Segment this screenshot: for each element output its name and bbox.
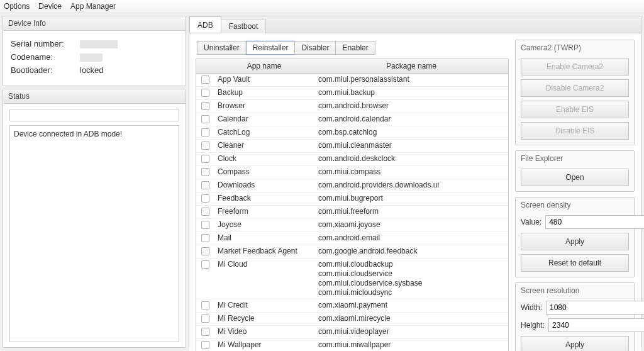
app-name-cell: Mi Cloud [214, 259, 314, 299]
table-row[interactable]: Cleanercom.miui.cleanmaster [196, 140, 508, 153]
file-explorer-panel: File Explorer Open [515, 150, 635, 192]
app-name-cell: Joyose [214, 219, 314, 232]
density-input[interactable] [545, 215, 644, 229]
package-name-cell: com.google.android.feedback [314, 245, 508, 259]
tab-adb[interactable]: ADB [189, 16, 221, 33]
app-checkbox[interactable] [201, 260, 209, 269]
subtab-disabler[interactable]: Disabler [294, 41, 336, 55]
app-name-cell: CatchLog [214, 126, 314, 140]
app-checkbox[interactable] [201, 155, 209, 163]
app-name-cell: Feedback [214, 192, 314, 206]
menubar: Options Device App Manager [0, 0, 644, 13]
table-row[interactable]: Downloadscom.android.providers.downloads… [196, 179, 508, 192]
resolution-apply-button[interactable]: Apply [521, 336, 629, 351]
bootloader-value: locked [80, 65, 104, 75]
package-name-cell: com.miui.cloudbackupcom.miui.cloudservic… [314, 259, 508, 299]
package-name-cell: com.miui.freeform [314, 206, 508, 219]
subtab-uninstaller[interactable]: Uninstaller [197, 41, 247, 55]
serial-value [80, 39, 118, 48]
table-row[interactable]: Mi Cloudcom.miui.cloudbackupcom.miui.clo… [196, 259, 508, 299]
app-checkbox[interactable] [201, 75, 209, 84]
enable-camera2-button[interactable]: Enable Camera2 [521, 58, 629, 75]
app-checkbox[interactable] [201, 181, 209, 189]
app-checkbox[interactable] [201, 142, 209, 150]
table-row[interactable]: Joyosecom.xiaomi.joyose [196, 219, 508, 232]
app-name-cell: Mi Video [214, 326, 314, 339]
table-row[interactable]: App Vaultcom.miui.personalassistant [196, 74, 508, 87]
table-row[interactable]: Mi Videocom.miui.videoplayer [196, 326, 508, 339]
resolution-height-label: Height: [521, 321, 545, 330]
package-name-cell: com.bsp.catchlog [314, 126, 508, 140]
table-row[interactable]: Market Feedback Agentcom.google.android.… [196, 245, 508, 259]
app-checkbox[interactable] [201, 115, 209, 123]
menu-device[interactable]: Device [38, 2, 62, 11]
table-row[interactable]: Clockcom.android.deskclock [196, 153, 508, 166]
disable-eis-button[interactable]: Disable EIS [521, 122, 629, 140]
app-name-cell: Mi Recycle [214, 313, 314, 326]
app-checkbox[interactable] [201, 102, 209, 110]
app-name-cell: Calendar [214, 113, 314, 126]
screen-resolution-title: Screen resolution [516, 283, 634, 298]
package-name-cell: com.android.email [314, 232, 508, 245]
density-apply-button[interactable]: Apply [521, 233, 629, 250]
app-checkbox[interactable] [201, 168, 209, 176]
app-checkbox[interactable] [201, 328, 209, 336]
app-checkbox[interactable] [201, 194, 209, 203]
table-row[interactable]: Mi Wallpapercom.miui.miwallpaper [196, 339, 508, 352]
app-checkbox[interactable] [201, 221, 209, 229]
app-name-cell: Downloads [214, 179, 314, 192]
density-reset-button[interactable]: Reset to default [521, 254, 629, 272]
status-title: Status [3, 89, 186, 104]
package-name-cell: com.android.calendar [314, 113, 508, 126]
file-explorer-title: File Explorer [516, 151, 634, 166]
subtab-reinstaller[interactable]: Reinstaller [246, 41, 296, 55]
table-row[interactable]: Mailcom.android.email [196, 232, 508, 245]
enable-eis-button[interactable]: Enable EIS [521, 101, 629, 118]
resolution-height-input[interactable] [548, 318, 644, 332]
app-name-cell: App Vault [214, 74, 314, 87]
table-row[interactable]: Mi Recyclecom.xiaomi.mirecycle [196, 313, 508, 326]
table-row[interactable]: Feedbackcom.miui.bugreport [196, 192, 508, 206]
package-name-cell: com.android.browser [314, 100, 508, 113]
package-name-cell: com.miui.cleanmaster [314, 140, 508, 153]
app-checkbox[interactable] [201, 315, 209, 323]
app-name-cell: Mi Credit [214, 299, 314, 313]
package-name-cell: com.miui.miwallpaper [314, 339, 508, 352]
status-input[interactable] [9, 109, 179, 121]
screen-density-title: Screen density [516, 198, 634, 213]
app-name-cell: Mi Wallpaper [214, 339, 314, 352]
app-checkbox[interactable] [201, 128, 209, 136]
app-checkbox[interactable] [201, 341, 209, 349]
menu-options[interactable]: Options [4, 2, 30, 11]
tab-fastboot[interactable]: Fastboot [221, 19, 267, 33]
table-row[interactable]: Backupcom.miui.backup [196, 87, 508, 100]
resolution-width-input[interactable] [546, 301, 644, 315]
bootloader-label: Bootloader: [11, 65, 80, 75]
col-check [196, 59, 214, 74]
serial-label: Serial number: [11, 39, 80, 48]
table-row[interactable]: Calendarcom.android.calendar [196, 113, 508, 126]
table-scroll[interactable]: App name Package name App Vaultcom.miui.… [196, 59, 508, 351]
status-log: Device connected in ADB mode! [9, 125, 179, 342]
app-checkbox[interactable] [201, 208, 209, 216]
subtabs: Uninstaller Reinstaller Disabler Enabler [196, 40, 509, 55]
app-name-cell: Cleaner [214, 140, 314, 153]
open-file-explorer-button[interactable]: Open [521, 169, 629, 186]
package-name-cell: com.miui.compass [314, 166, 508, 179]
app-checkbox[interactable] [201, 301, 209, 309]
device-info-title: Device Info [3, 16, 186, 31]
table-row[interactable]: CatchLogcom.bsp.catchlog [196, 126, 508, 140]
app-checkbox[interactable] [201, 247, 209, 255]
table-row[interactable]: Browsercom.android.browser [196, 100, 508, 113]
disable-camera2-button[interactable]: Disable Camera2 [521, 79, 629, 97]
subtab-enabler[interactable]: Enabler [335, 41, 375, 55]
table-row[interactable]: Compasscom.miui.compass [196, 166, 508, 179]
table-row[interactable]: Freeformcom.miui.freeform [196, 206, 508, 219]
table-row[interactable]: Mi Creditcom.xiaomi.payment [196, 299, 508, 313]
app-checkbox[interactable] [201, 89, 209, 97]
density-value-label: Value: [521, 218, 541, 226]
app-checkbox[interactable] [201, 234, 209, 242]
camera2-panel: Camera2 (TWRP) Enable Camera2 Disable Ca… [515, 40, 635, 145]
menu-app-manager[interactable]: App Manager [70, 2, 116, 11]
status-panel: Status Device connected in ADB mode! [3, 89, 186, 348]
